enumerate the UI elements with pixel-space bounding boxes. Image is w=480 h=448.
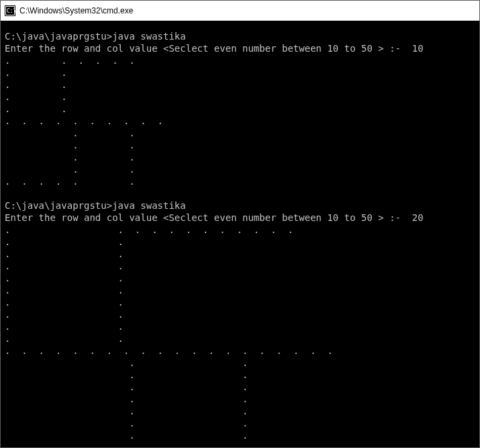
- console-line: . . . . . . . . . . . . . . . . . . . .: [5, 345, 475, 357]
- console-line: C:\java\javaprgstu>java swastika: [5, 199, 475, 212]
- console-line: . .: [5, 127, 475, 139]
- titlebar-text: C:\Windows\System32\cmd.exe: [19, 6, 133, 15]
- console-line: C:\java\javaprgstu>java swastika: [5, 30, 475, 42]
- console-line: [5, 187, 475, 199]
- console-line: . .: [5, 260, 475, 272]
- console-line: . . . . . . . . . . . .: [5, 224, 475, 236]
- titlebar[interactable]: C:\ C:\Windows\System32\cmd.exe: [1, 1, 479, 21]
- console-line: . .: [5, 79, 475, 91]
- console-line: . .: [5, 357, 475, 369]
- console-line: . .: [5, 429, 475, 441]
- console-line: Enter the row and col value <Seclect eve…: [5, 212, 475, 224]
- console-line: . .: [5, 332, 475, 345]
- console-line: . .: [5, 236, 475, 248]
- console-line: . .: [5, 320, 475, 332]
- console-line: . .: [5, 248, 475, 260]
- console-line: . .: [5, 284, 475, 296]
- console-line: . .: [5, 163, 475, 175]
- console-line: . .: [5, 296, 475, 308]
- console-line: . .: [5, 139, 475, 151]
- console-line: . .: [5, 308, 475, 320]
- console-output[interactable]: C:\java\javaprgstu>java swastikaEnter th…: [1, 21, 479, 447]
- console-line: . .: [5, 405, 475, 417]
- console-line: Enter the row and col value <Seclect eve…: [5, 42, 475, 54]
- console-line: . .: [5, 272, 475, 284]
- console-line: . .: [5, 393, 475, 405]
- console-line: . .: [5, 103, 475, 115]
- console-line: . .: [5, 441, 475, 447]
- console-line: . .: [5, 66, 475, 79]
- console-line: . . . . . . . . . .: [5, 115, 475, 127]
- svg-text:C:\: C:\: [7, 8, 15, 14]
- console-line: . .: [5, 381, 475, 393]
- cmd-icon: C:\: [5, 5, 15, 16]
- console-line: . .: [5, 151, 475, 163]
- console-line: . . . . . .: [5, 175, 475, 187]
- console-line: . .: [5, 417, 475, 429]
- console-line: . .: [5, 369, 475, 381]
- cmd-window: C:\ C:\Windows\System32\cmd.exe C:\java\…: [0, 0, 480, 448]
- console-line: . . . . . .: [5, 54, 475, 66]
- console-line: . .: [5, 91, 475, 103]
